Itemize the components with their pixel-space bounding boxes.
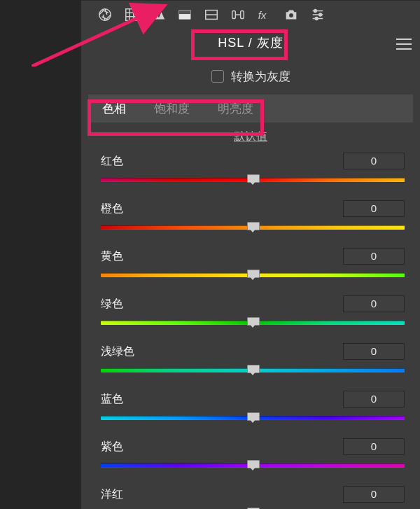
tab-saturation[interactable]: 饱和度: [140, 95, 204, 123]
panel-toolbar: fx: [81, 1, 420, 29]
app-left-strip: [0, 0, 80, 509]
slider-track[interactable]: [101, 459, 405, 472]
slider-value-input[interactable]: 0: [343, 391, 405, 407]
slider-value-input[interactable]: 0: [343, 343, 405, 360]
slider-label: 洋红: [101, 487, 123, 502]
slider-label: 黄色: [101, 249, 123, 264]
slider-purple: 紫色 0: [101, 438, 405, 472]
tab-luminance[interactable]: 明亮度: [204, 95, 267, 123]
default-row: 默认值: [81, 130, 420, 144]
slider-track[interactable]: [101, 316, 405, 329]
panel-title: HSL / 灰度: [218, 34, 283, 51]
svg-point-9: [314, 10, 317, 13]
slider-track[interactable]: [101, 221, 405, 234]
fx-icon[interactable]: fx: [256, 6, 273, 23]
lens-icon[interactable]: [230, 6, 246, 23]
slider-value-input[interactable]: 0: [343, 486, 405, 503]
panel-menu-icon[interactable]: [396, 39, 412, 50]
grayscale-checkbox[interactable]: [211, 70, 224, 83]
svg-point-11: [315, 18, 318, 20]
slider-track[interactable]: [101, 364, 405, 377]
slider-magenta: 洋红 0: [101, 486, 405, 509]
grid-icon[interactable]: [123, 6, 140, 23]
slider-label: 绿色: [101, 297, 123, 312]
svg-point-10: [319, 13, 322, 16]
slider-orange: 橙色 0: [101, 200, 405, 234]
svg-rect-1: [126, 9, 138, 21]
slider-track[interactable]: [101, 174, 405, 186]
svg-rect-5: [232, 11, 236, 19]
tone-icon[interactable]: [176, 6, 193, 23]
slider-label: 蓝色: [101, 392, 123, 407]
reset-default-link[interactable]: 默认值: [234, 130, 267, 142]
adjustments-icon[interactable]: [309, 6, 326, 23]
slider-value-input[interactable]: 0: [343, 200, 405, 217]
slider-track[interactable]: [101, 412, 405, 424]
slider-label: 浅绿色: [101, 344, 134, 359]
slider-value-input[interactable]: 0: [343, 438, 405, 455]
panel-title-row: HSL / 灰度: [81, 29, 420, 60]
triangles-icon[interactable]: [150, 6, 167, 23]
svg-rect-6: [241, 11, 244, 19]
tab-hue[interactable]: 色相: [88, 95, 140, 123]
hsl-panel: fx HSL / 灰度 转换为灰度 色相 饱和度 明亮度 默认值 红色 0: [80, 0, 420, 509]
sliders-container: 红色 0 橙色 0 黄色 0: [81, 153, 420, 509]
slider-red: 红色 0: [101, 153, 405, 186]
slider-blue: 蓝色 0: [101, 391, 405, 424]
svg-point-8: [289, 13, 293, 18]
slider-value-input[interactable]: 0: [343, 295, 405, 312]
slider-label: 红色: [101, 154, 123, 169]
slider-value-input[interactable]: 0: [343, 153, 405, 169]
camera-icon[interactable]: [283, 6, 300, 23]
slider-track[interactable]: [101, 269, 405, 281]
split-icon[interactable]: [203, 6, 220, 23]
slider-aqua: 浅绿色 0: [101, 343, 405, 377]
aperture-icon[interactable]: [97, 6, 113, 23]
svg-text:fx: fx: [258, 10, 267, 21]
slider-yellow: 黄色 0: [101, 248, 405, 281]
slider-label: 橙色: [101, 202, 123, 216]
grayscale-row: 转换为灰度: [81, 62, 420, 90]
svg-rect-3: [179, 11, 191, 14]
slider-value-input[interactable]: 0: [343, 248, 405, 265]
hsl-tabs: 色相 饱和度 明亮度: [88, 95, 413, 123]
slider-green: 绿色 0: [101, 295, 405, 329]
slider-label: 紫色: [101, 440, 123, 454]
grayscale-label: 转换为灰度: [231, 69, 290, 85]
